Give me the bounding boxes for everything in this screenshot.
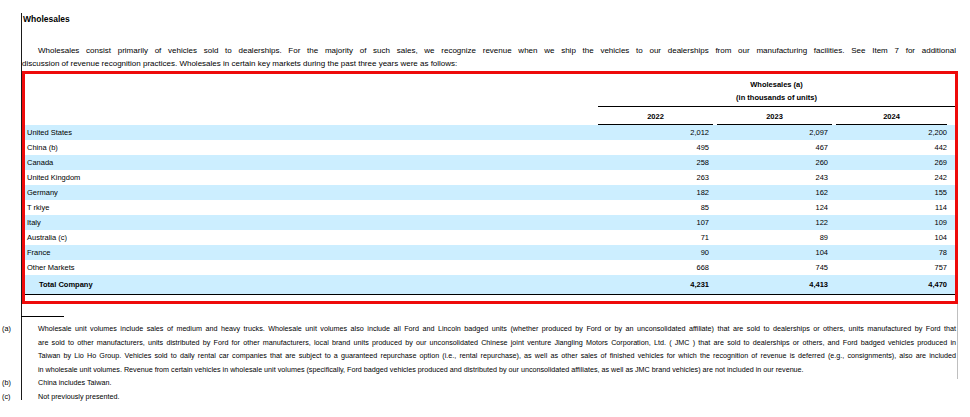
table-row: T rkiye 85 124 114 xyxy=(25,200,955,215)
intro-paragraph: Wholesales consist primarily of vehicles… xyxy=(22,44,956,70)
cell-value: 442 xyxy=(836,143,955,152)
footnote-c-text: Not previously presented. xyxy=(38,390,956,404)
column-header-2022: 2022 xyxy=(598,110,713,125)
row-label: China (b) xyxy=(25,143,598,152)
table-row: Australia (c) 71 89 104 xyxy=(25,230,955,245)
total-row-label: Total Company xyxy=(25,280,598,289)
table-header: Wholesales (a) (in thousands of units) xyxy=(598,74,955,107)
cell-value: 263 xyxy=(598,173,717,182)
total-cell-value: 4,470 xyxy=(836,280,955,289)
table-row: United States 2,012 2,097 2,200 xyxy=(25,125,955,140)
page-right-border xyxy=(957,303,958,379)
footnote-separator xyxy=(21,316,64,317)
cell-value: 162 xyxy=(717,188,836,197)
cell-value: 269 xyxy=(836,158,955,167)
cell-value: 107 xyxy=(598,218,717,227)
table-total-row: Total Company 4,231 4,413 4,470 xyxy=(25,275,955,295)
cell-value: 78 xyxy=(836,248,955,257)
cell-value: 155 xyxy=(836,188,955,197)
row-label: Italy xyxy=(25,218,598,227)
row-label: France xyxy=(25,248,598,257)
column-header-2023: 2023 xyxy=(717,110,832,125)
cell-value: 668 xyxy=(598,263,717,272)
footnote-a-marker: (a) xyxy=(2,322,11,336)
intro-line-2: discussion of revenue recognition practi… xyxy=(22,57,956,70)
cell-value: 90 xyxy=(598,248,717,257)
row-label: Australia (c) xyxy=(25,233,598,242)
table-row: Germany 182 162 155 xyxy=(25,185,955,200)
cell-value: 104 xyxy=(717,248,836,257)
table-row: Canada 258 260 269 xyxy=(25,155,955,170)
cell-value: 85 xyxy=(598,203,717,212)
cell-value: 495 xyxy=(598,143,717,152)
cell-value: 260 xyxy=(717,158,836,167)
cell-value: 467 xyxy=(717,143,836,152)
cell-value: 242 xyxy=(836,173,955,182)
row-label: Other Markets xyxy=(25,263,598,272)
cell-value: 104 xyxy=(836,233,955,242)
table-row: France 90 104 78 xyxy=(25,245,955,260)
cell-value: 243 xyxy=(717,173,836,182)
cell-value: 71 xyxy=(598,233,717,242)
table-header-title: Wholesales (a) xyxy=(598,74,955,89)
document-page: { "page": { "title": "Wholesales", "intr… xyxy=(0,0,970,417)
footnote-a-line-1: Wholesale unit volumes include sales of … xyxy=(38,322,956,336)
footnote-c: (c) Not previously presented. xyxy=(0,390,956,404)
footnote-a-line-2: are sold to other manufacturers, units d… xyxy=(38,336,956,350)
row-label: Germany xyxy=(25,188,598,197)
year-header-row: 2022 2023 2024 xyxy=(598,110,955,125)
row-label: United States xyxy=(25,128,598,137)
total-cell-value: 4,231 xyxy=(598,280,717,289)
row-label: United Kingdom xyxy=(25,173,598,182)
table-row: Other Markets 668 745 757 xyxy=(25,260,955,275)
cell-value: 2,200 xyxy=(836,128,955,137)
table-body: United States 2,012 2,097 2,200 China (b… xyxy=(25,125,955,295)
footnote-a: (a) Wholesale unit volumes include sales… xyxy=(0,322,956,376)
cell-value: 745 xyxy=(717,263,836,272)
table-row: Italy 107 122 109 xyxy=(25,215,955,230)
cell-value: 122 xyxy=(717,218,836,227)
table-row: United Kingdom 263 243 242 xyxy=(25,170,955,185)
cell-value: 114 xyxy=(836,203,955,212)
section-title: Wholesales xyxy=(23,14,70,24)
cell-value: 89 xyxy=(717,233,836,242)
table-header-subtitle: (in thousands of units) xyxy=(598,93,955,107)
footnote-a-line-4: in wholesale unit volumes. Revenue from … xyxy=(38,363,956,377)
cell-value: 109 xyxy=(836,218,955,227)
cell-value: 182 xyxy=(598,188,717,197)
column-header-2024: 2024 xyxy=(836,110,947,125)
footnote-b-marker: (b) xyxy=(2,376,11,390)
cell-value: 2,012 xyxy=(598,128,717,137)
cell-value: 2,097 xyxy=(717,128,836,137)
footnote-b: (b) China includes Taiwan. xyxy=(0,376,956,390)
cell-value: 757 xyxy=(836,263,955,272)
total-cell-value: 4,413 xyxy=(717,280,836,289)
cell-value: 124 xyxy=(717,203,836,212)
cell-value: 258 xyxy=(598,158,717,167)
intro-line-1: Wholesales consist primarily of vehicles… xyxy=(22,44,956,57)
footnote-a-line-3: Taiwan by Lio Ho Group. Vehicles sold to… xyxy=(38,349,956,363)
wholesales-table: Wholesales (a) (in thousands of units) 2… xyxy=(25,74,955,301)
table-row: China (b) 495 467 442 xyxy=(25,140,955,155)
footnote-b-text: China includes Taiwan. xyxy=(38,376,956,390)
row-label: Canada xyxy=(25,158,598,167)
footnote-c-marker: (c) xyxy=(2,390,10,404)
row-label: T rkiye xyxy=(25,203,598,212)
